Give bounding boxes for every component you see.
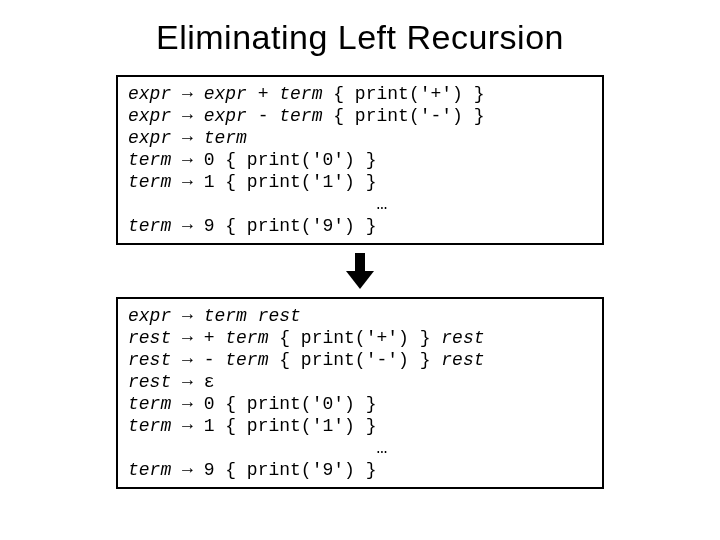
grammar-box-before: expr → expr + term { print('+') }expr → …	[116, 75, 604, 245]
svg-rect-0	[355, 253, 365, 273]
grammar-rule: expr → term rest	[128, 305, 592, 327]
grammar-rule: term → 0 { print('0') }	[128, 149, 592, 171]
grammar-rule: expr → term	[128, 127, 592, 149]
slide: Eliminating Left Recursion expr → expr +…	[0, 0, 720, 540]
grammar-rule: expr → expr - term { print('-') }	[128, 105, 592, 127]
slide-title: Eliminating Left Recursion	[40, 18, 680, 57]
grammar-box-after: expr → term restrest → + term { print('+…	[116, 297, 604, 489]
grammar-rule: term → 9 { print('9') }	[128, 215, 592, 237]
grammar-rule: term → 1 { print('1') }	[128, 171, 592, 193]
grammar-rule: rest → ε	[128, 371, 592, 393]
grammar-rule: term → 0 { print('0') }	[128, 393, 592, 415]
grammar-rule: term → 9 { print('9') }	[128, 459, 592, 481]
grammar-rule: rest → + term { print('+') } rest	[128, 327, 592, 349]
svg-marker-1	[346, 271, 374, 289]
grammar-rule: rest → - term { print('-') } rest	[128, 349, 592, 371]
grammar-rule: expr → expr + term { print('+') }	[128, 83, 592, 105]
down-arrow-icon	[40, 253, 680, 289]
grammar-rule: term → 1 { print('1') }	[128, 415, 592, 437]
ellipsis-line: …	[128, 437, 592, 459]
ellipsis-line: …	[128, 193, 592, 215]
